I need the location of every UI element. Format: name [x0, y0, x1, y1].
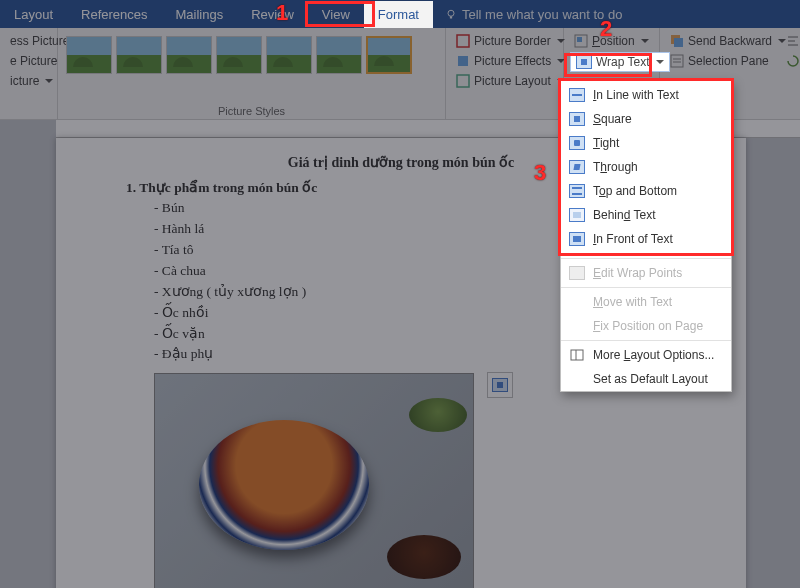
mi-top-bottom[interactable]: Top and Bottom: [561, 179, 731, 203]
selection-pane-icon: [670, 54, 684, 68]
ribbon-tabbar: Layout References Mailings Review View F…: [0, 0, 800, 28]
wrap-text-dropdown: In Line with Text Square Tight Through T…: [560, 80, 732, 392]
wrap-behind-icon: [569, 208, 585, 222]
tab-references[interactable]: References: [67, 1, 161, 28]
position-icon: [574, 34, 588, 48]
style-thumb-selected[interactable]: [366, 36, 412, 74]
svg-rect-2: [457, 35, 469, 47]
svg-rect-3: [458, 56, 468, 66]
align-icon: [786, 34, 800, 48]
style-thumb[interactable]: [166, 36, 212, 74]
position-button[interactable]: Position: [570, 32, 670, 50]
svg-rect-8: [674, 38, 683, 47]
mi-in-front-of-text[interactable]: In Front of Text: [561, 227, 731, 251]
annotation-box-2: [564, 53, 652, 77]
lightbulb-icon: [445, 8, 457, 20]
svg-rect-9: [671, 55, 683, 67]
more-layout-icon: [570, 348, 584, 362]
wrap-square-icon: [569, 112, 585, 126]
wrap-inline-icon: [569, 88, 585, 102]
svg-rect-4: [457, 75, 469, 87]
style-thumb[interactable]: [66, 36, 112, 74]
send-backward-icon: [670, 34, 684, 48]
style-thumb[interactable]: [266, 36, 312, 74]
mi-edit-wrap-points: Edit Wrap Points: [561, 261, 731, 285]
wrap-front-icon: [569, 232, 585, 246]
mi-tight[interactable]: Tight: [561, 131, 731, 155]
mi-behind-text[interactable]: Behind Text: [561, 203, 731, 227]
mi-more-layout-options[interactable]: More Layout Options...: [561, 343, 731, 367]
mi-through[interactable]: Through: [561, 155, 731, 179]
send-backward-button[interactable]: Send Backward: [666, 32, 790, 50]
rotate-button[interactable]: [782, 52, 800, 70]
effects-icon: [456, 54, 470, 68]
wrap-tight-icon: [569, 136, 585, 150]
mi-fix-position: Fix Position on Page: [561, 314, 731, 338]
annotation-2: 2: [600, 16, 612, 42]
layout-options-badge[interactable]: [487, 372, 513, 398]
mi-inline-with-text[interactable]: In Line with Text: [561, 83, 731, 107]
mi-set-as-default[interactable]: Set as Default Layout: [561, 367, 731, 391]
tab-review[interactable]: Review: [237, 1, 308, 28]
selection-pane-button[interactable]: Selection Pane: [666, 52, 790, 70]
annotation-box-1: [305, 1, 375, 27]
picture-effects-button[interactable]: Picture Effects: [452, 52, 569, 70]
tab-layout[interactable]: Layout: [0, 1, 67, 28]
tab-mailings[interactable]: Mailings: [162, 1, 238, 28]
mi-square[interactable]: Square: [561, 107, 731, 131]
svg-rect-15: [571, 350, 583, 360]
picture-layout-button[interactable]: Picture Layout: [452, 72, 569, 90]
inserted-picture[interactable]: [154, 373, 474, 588]
picture-styles-gallery[interactable]: [64, 32, 414, 78]
border-icon: [456, 34, 470, 48]
edit-wrap-points-icon: [569, 266, 585, 280]
rotate-icon: [786, 54, 800, 68]
svg-rect-6: [577, 37, 582, 42]
tell-me-label: Tell me what you want to do: [462, 7, 622, 22]
picture-border-button[interactable]: Picture Border: [452, 32, 569, 50]
mi-move-with-text: Move with Text: [561, 290, 731, 314]
style-thumb[interactable]: [316, 36, 362, 74]
svg-point-0: [448, 10, 454, 16]
annotation-1: 1: [276, 0, 288, 26]
layout-icon: [456, 74, 470, 88]
style-thumb[interactable]: [116, 36, 162, 74]
annotation-3: 3: [534, 160, 546, 186]
wrap-topbottom-icon: [569, 184, 585, 198]
wrap-through-icon: [569, 160, 585, 174]
svg-rect-1: [450, 16, 452, 18]
wrap-text-icon: [492, 378, 508, 392]
picture-styles-label: Picture Styles: [64, 103, 439, 117]
style-thumb[interactable]: [216, 36, 262, 74]
